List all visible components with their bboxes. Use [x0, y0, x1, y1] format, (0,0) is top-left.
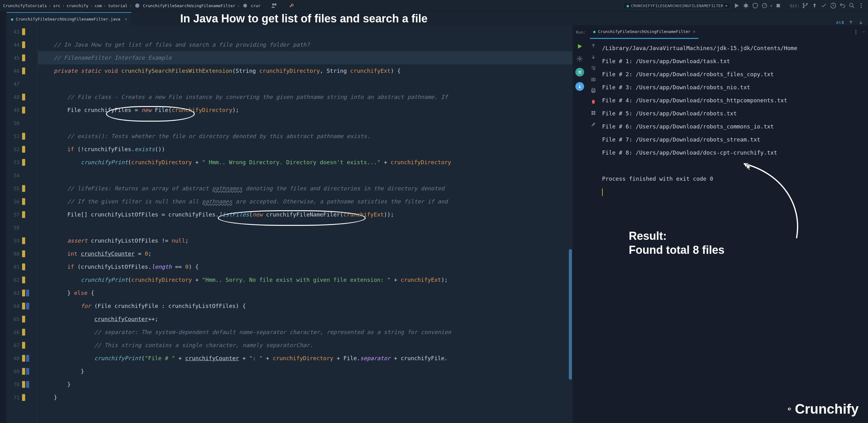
chevron-down-icon[interactable]: ▾ — [770, 3, 773, 8]
gutter-mark[interactable] — [26, 355, 29, 362]
gutter-mark[interactable] — [22, 342, 25, 349]
gutter-mark[interactable] — [26, 381, 29, 388]
code-line[interactable]: // separator: The system-dependent defau… — [38, 326, 572, 339]
code-editor[interactable]: 43 44 45 46 47 48 49 50 51 52 53 54 55 5… — [6, 25, 572, 423]
code-line[interactable]: private static void crunchifySearchFiles… — [38, 64, 572, 78]
soft-wrap-icon[interactable] — [591, 65, 596, 71]
more-icon[interactable] — [858, 2, 865, 9]
gutter-mark[interactable] — [22, 198, 25, 205]
font-size-badge[interactable]: AA 3 — [836, 20, 844, 25]
code-line[interactable]: crunchifyPrint("File # " + crunchifyCoun… — [38, 352, 572, 365]
code-line[interactable] — [38, 25, 572, 38]
down-arrow-icon[interactable] — [858, 20, 864, 25]
gutter-mark[interactable] — [22, 159, 25, 166]
hammer-build-icon[interactable] — [288, 2, 296, 9]
breadcrumb-item[interactable]: tutorial — [108, 3, 128, 8]
gutter-mark[interactable] — [22, 329, 25, 336]
code-line[interactable]: for (File crunchifyFile : crunchifyListO… — [38, 300, 572, 313]
run-configuration-dropdown[interactable]: ● CRUNCHIFYFILESEARCHUSINGFILENAMEFILTER… — [623, 2, 731, 9]
breadcrumb-item[interactable]: crur — [251, 3, 260, 8]
down-arrow-icon[interactable] — [591, 54, 596, 60]
code-line[interactable]: if (!crunchifyFiles.exists()) — [38, 143, 572, 156]
code-line[interactable]: crunchifyCounter++; — [38, 313, 572, 326]
debug-icon[interactable] — [742, 2, 750, 9]
code-line[interactable]: } — [38, 365, 572, 378]
code-line[interactable] — [38, 169, 572, 182]
badge-icon[interactable] — [575, 82, 584, 91]
gutter-mark[interactable] — [26, 368, 29, 375]
breadcrumb-item[interactable]: CrunchifyTutorials — [3, 3, 47, 8]
git-push-icon[interactable] — [811, 2, 818, 9]
code-line[interactable] — [38, 117, 572, 130]
code-line[interactable]: // lifeFiles: Returns an array of abstra… — [38, 182, 572, 195]
gutter-mark[interactable] — [22, 381, 25, 388]
run-tab[interactable]: ● CrunchifyFileSearchUsingFilenameFilter… — [590, 26, 699, 39]
gutter-mark[interactable] — [22, 237, 25, 244]
code-line[interactable] — [38, 221, 572, 234]
code-line[interactable]: crunchifyPrint(crunchifyDirectory + "Hmm… — [38, 273, 572, 286]
gutter-mark[interactable] — [22, 41, 25, 48]
rollback-icon[interactable] — [839, 2, 846, 9]
code-line[interactable]: File crunchifyFiles = new File(crunchify… — [38, 104, 572, 117]
editor-tab[interactable]: ● CrunchifyFileSearchUsingFilenameFilter… — [6, 12, 131, 25]
layout-icon[interactable] — [591, 110, 596, 116]
code-line[interactable]: int crunchifyCounter = 0; — [38, 247, 572, 260]
gutter-mark[interactable] — [22, 28, 25, 35]
code-line[interactable]: assert crunchifyListOfFiles != null; — [38, 234, 572, 247]
gutter-mark[interactable] — [22, 316, 25, 322]
gutter-mark[interactable] — [26, 303, 29, 309]
coverage-icon[interactable] — [751, 2, 759, 9]
up-arrow-icon[interactable] — [848, 20, 854, 25]
screenshot-icon[interactable] — [591, 77, 596, 82]
close-tab-icon[interactable]: ✕ — [693, 29, 695, 34]
search-icon[interactable] — [848, 2, 856, 9]
code-line[interactable]: // In Java How to get list of files and … — [38, 38, 572, 51]
gutter-mark[interactable] — [22, 107, 25, 114]
gutter-mark[interactable] — [22, 250, 25, 257]
code-line[interactable]: // If the given filter is null then all … — [38, 195, 572, 208]
code-line[interactable]: } else { — [38, 286, 572, 300]
gutter-mark[interactable] — [22, 263, 25, 270]
code-line[interactable]: // File class - Creates a new File insta… — [38, 90, 572, 104]
rerun-icon[interactable] — [576, 43, 583, 50]
gutter-mark[interactable] — [22, 146, 25, 153]
gutter-mark[interactable] — [22, 54, 25, 61]
gutter-mark[interactable] — [22, 289, 25, 297]
git-commit-icon[interactable] — [820, 2, 828, 9]
settings-gear-icon[interactable] — [576, 55, 583, 62]
gutter-mark[interactable] — [22, 133, 25, 140]
gutter-mark[interactable] — [22, 277, 25, 283]
badge-icon[interactable] — [575, 68, 584, 77]
run-icon[interactable] — [733, 2, 740, 9]
breadcrumb-item[interactable]: crunchify — [66, 3, 88, 8]
history-icon[interactable] — [830, 2, 837, 9]
gutter-mark[interactable] — [22, 355, 25, 362]
code-line[interactable]: crunchifyPrint(crunchifyDirectory + " Hm… — [38, 156, 572, 169]
gutter-mark[interactable] — [22, 303, 25, 309]
breadcrumb-item[interactable]: CrunchifyFileSearchUsingFilenameFilter — [143, 3, 235, 8]
code-line[interactable]: } — [38, 391, 572, 404]
code-line[interactable] — [38, 78, 572, 90]
code-line[interactable]: } — [38, 378, 572, 391]
delete-icon[interactable] — [591, 99, 596, 105]
gutter-mark[interactable] — [22, 185, 25, 192]
gutter-mark[interactable] — [26, 289, 29, 297]
code-line[interactable]: if (crunchifyListOfFiles.length == 0) { — [38, 260, 572, 273]
gutter-mark[interactable] — [22, 368, 25, 375]
profile-icon[interactable] — [761, 2, 768, 9]
breadcrumb-item[interactable]: com — [94, 3, 101, 8]
gutter-mark[interactable] — [22, 394, 25, 401]
code-line[interactable]: // exists(): Tests whether the file or d… — [38, 130, 572, 143]
close-tab-icon[interactable]: ✕ — [125, 17, 127, 22]
git-branch-icon[interactable] — [802, 2, 809, 9]
print-icon[interactable] — [591, 88, 596, 93]
navigation-bar[interactable]: CrunchifyTutorials› src› crunchify› com›… — [0, 0, 868, 11]
code-line[interactable]: // FilenameFilter Interface Example — [38, 51, 572, 64]
gutter-mark[interactable] — [22, 67, 25, 74]
code-line[interactable]: File[] crunchifyListOfFiles = crunchifyF… — [38, 208, 572, 221]
left-tool-strip[interactable] — [0, 25, 6, 423]
collaborate-icon[interactable] — [271, 2, 278, 9]
gutter-mark[interactable] — [22, 94, 25, 101]
stop-icon[interactable] — [774, 2, 782, 9]
gutter-mark[interactable] — [22, 211, 25, 218]
